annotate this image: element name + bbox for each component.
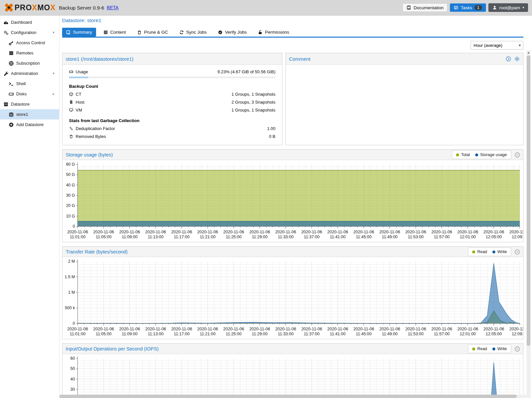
sidebar-label: Add Datastore xyxy=(16,122,44,127)
chevron-circle-right-icon[interactable] xyxy=(506,56,511,62)
building-icon xyxy=(69,100,73,104)
sidebar-item-access-control[interactable]: Access Control xyxy=(0,38,59,48)
svg-text:11:57:00: 11:57:00 xyxy=(434,332,450,336)
tab-verify-jobs[interactable]: Verify Jobs xyxy=(214,28,251,37)
svg-text:40 G: 40 G xyxy=(66,183,75,187)
sidebar-label: store1 xyxy=(16,112,28,117)
legend-item-storage-usage[interactable]: Storage usage xyxy=(475,152,507,157)
collapse-circle-icon[interactable] xyxy=(514,249,520,255)
time-range-dropdown[interactable]: Hour (average) ▼ xyxy=(471,41,523,50)
hdd-icon xyxy=(9,91,14,97)
legend-dot xyxy=(472,250,475,253)
sidebar-item-configuration[interactable]: Configuration ▾ xyxy=(0,27,59,38)
sidebar-item-disks[interactable]: Disks ▸ xyxy=(0,89,59,99)
sidebar-item-dashboard[interactable]: Dashboard xyxy=(0,17,59,27)
tab-summary[interactable]: Summary xyxy=(62,28,96,37)
svg-text:2020-11-06: 2020-11-06 xyxy=(275,327,296,331)
svg-text:11:25:00: 11:25:00 xyxy=(226,332,242,336)
svg-text:11:21:00: 11:21:00 xyxy=(200,235,216,239)
collapse-caret-icon[interactable]: ▾ xyxy=(53,30,54,35)
book-icon xyxy=(66,30,71,35)
row-label: Deduplication Factor xyxy=(76,126,115,131)
svg-text:2020-11-06: 2020-11-06 xyxy=(301,327,322,331)
sidebar-item-add-datastore[interactable]: Add Datastore xyxy=(0,119,59,130)
sync-icon xyxy=(179,30,184,35)
sidebar-item-store1[interactable]: store1 xyxy=(0,109,59,119)
svg-text:2020-11-06: 2020-11-06 xyxy=(223,230,244,234)
sidebar-label: Dashboard xyxy=(11,20,32,25)
sidebar-item-shell[interactable]: Shell xyxy=(0,79,59,89)
svg-text:2020-11-06: 2020-11-06 xyxy=(197,327,218,331)
svg-text:2020-11-06: 2020-11-06 xyxy=(67,327,88,331)
svg-text:2020-11-06: 2020-11-06 xyxy=(67,230,88,234)
tab-prune-gc[interactable]: Prune & GC xyxy=(133,28,172,37)
trash-icon xyxy=(137,30,142,35)
sidebar-item-remotes[interactable]: Remotes xyxy=(0,48,59,58)
collapse-caret-icon[interactable]: ▾ xyxy=(53,71,54,76)
legend-dot xyxy=(492,250,495,253)
legend-item-total[interactable]: Total xyxy=(456,152,470,157)
legend-item-read[interactable]: Read xyxy=(472,249,487,254)
svg-text:11:21:00: 11:21:00 xyxy=(200,332,216,336)
vertical-scrollbar-thumb[interactable] xyxy=(527,55,530,346)
svg-text:2020-11-06: 2020-11-06 xyxy=(379,230,400,234)
tab-label: Verify Jobs xyxy=(225,28,247,37)
vertical-scrollbar[interactable]: ▲ xyxy=(526,50,531,395)
ct-row: CT 1 Groups, 1 Snapshots xyxy=(69,92,275,97)
dashboard-icon xyxy=(3,20,9,25)
svg-text:2020-11-06: 2020-11-06 xyxy=(197,230,218,234)
svg-text:2020-11-06: 2020-11-06 xyxy=(171,230,192,234)
sidebar-item-administration[interactable]: Administration ▾ xyxy=(0,68,59,79)
legend-item-write[interactable]: Write xyxy=(492,347,507,351)
legend-item-write[interactable]: Write xyxy=(492,249,507,254)
beta-link[interactable]: BETA xyxy=(107,5,119,10)
legend-dot xyxy=(475,153,478,156)
svg-text:11:45:00: 11:45:00 xyxy=(356,332,372,336)
user-menu-button[interactable]: root@pam ▾ xyxy=(488,3,528,12)
tasks-button[interactable]: Tasks 1 xyxy=(450,3,486,12)
chart-legend: Read Write xyxy=(468,345,511,353)
svg-text:2020-11-06: 2020-11-06 xyxy=(301,230,322,234)
tab-permissions[interactable]: Permissions xyxy=(254,28,293,37)
legend-item-read[interactable]: Read xyxy=(472,347,487,351)
task-list-icon xyxy=(454,5,458,10)
scroll-up-icon[interactable]: ▲ xyxy=(526,50,531,55)
horizontal-scrollbar[interactable] xyxy=(59,395,531,398)
svg-text:11:09:00: 11:09:00 xyxy=(122,332,138,336)
svg-text:30: 30 xyxy=(70,387,75,392)
comment-body[interactable] xyxy=(286,65,523,73)
brand-wordmark: PROXMOX xyxy=(15,3,56,12)
tab-sync-jobs[interactable]: Sync Jobs xyxy=(175,28,211,37)
tab-content[interactable]: Content xyxy=(99,28,130,37)
book-icon xyxy=(407,5,411,10)
svg-text:2020-11-06: 2020-11-06 xyxy=(119,327,140,331)
documentation-button[interactable]: Documentation xyxy=(403,3,447,12)
sidebar-item-datastore[interactable]: Datastore xyxy=(0,99,59,109)
proxmox-logo: PROXMOX xyxy=(4,3,59,13)
svg-text:12:05:00: 12:05:00 xyxy=(486,235,502,239)
svg-text:0: 0 xyxy=(73,321,75,326)
tasks-label: Tasks xyxy=(461,5,472,10)
wrench-icon xyxy=(3,71,9,76)
sidebar-label: Access Control xyxy=(16,40,45,45)
tasks-count-badge: 1 xyxy=(475,5,482,10)
svg-text:11:53:00: 11:53:00 xyxy=(408,235,424,239)
tab-label: Prune & GC xyxy=(144,28,168,37)
dedup-row: Deduplication Factor 1.00 xyxy=(69,126,275,131)
svg-text:11:37:00: 11:37:00 xyxy=(304,235,320,239)
store1-panel-title: store1 (/mnt/datastores/store1) xyxy=(66,56,133,62)
svg-text:2020-11-06: 2020-11-06 xyxy=(327,230,348,234)
row-value: 1 Groups, 1 Snapshots xyxy=(231,92,275,97)
svg-text:2020-11-06: 2020-11-06 xyxy=(405,230,426,234)
desktop-icon xyxy=(69,108,73,112)
svg-text:2020-11-06: 2020-11-06 xyxy=(145,327,166,331)
collapse-circle-icon[interactable] xyxy=(514,152,520,158)
svg-text:2020-11-06: 2020-11-06 xyxy=(431,327,452,331)
expand-caret-icon[interactable]: ▸ xyxy=(53,92,54,96)
svg-text:11:13:00: 11:13:00 xyxy=(148,332,163,336)
horizontal-scrollbar-thumb[interactable] xyxy=(59,395,517,398)
collapse-circle-icon[interactable] xyxy=(514,346,520,352)
legend-dot xyxy=(492,348,495,350)
sidebar-item-subscription[interactable]: Subscription xyxy=(0,58,59,68)
gear-icon[interactable] xyxy=(514,56,520,62)
